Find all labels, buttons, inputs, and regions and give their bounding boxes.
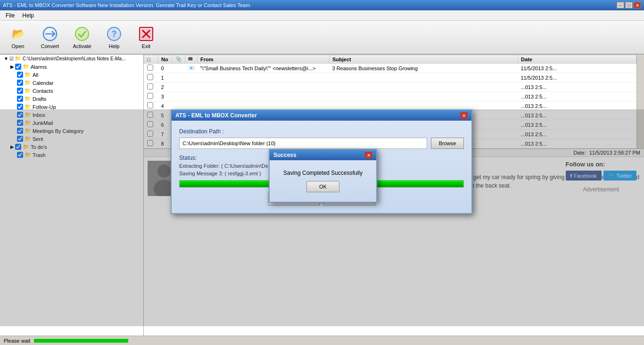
folder-alarms[interactable]: ▶ 📁 Alarms xyxy=(0,63,143,71)
activate-icon xyxy=(74,25,91,42)
row-checkbox-3[interactable] xyxy=(147,93,153,99)
folder-label-calendar: Calendar xyxy=(33,80,54,86)
activate-label: Activate xyxy=(73,43,91,49)
email-row-3[interactable]: 3 ...013 2:5... xyxy=(144,92,636,101)
menu-file[interactable]: File xyxy=(2,11,18,20)
folder-icon-all: 📁 xyxy=(25,72,31,78)
folder-icon-contacts: 📁 xyxy=(25,88,31,94)
col-subject[interactable]: Subject xyxy=(330,55,518,64)
help-label: Help xyxy=(109,43,120,49)
open-label: Open xyxy=(12,43,25,49)
converter-title-text: ATS - EML to MBOX Converter xyxy=(175,112,257,119)
checkbox-alarms[interactable] xyxy=(15,64,21,70)
title-bar-text: ATS - EML to MBOX Converter Software New… xyxy=(3,2,250,8)
collapse-icon[interactable]: ▼ xyxy=(4,56,8,61)
row-checkbox-4[interactable] xyxy=(147,102,153,108)
success-dialog: Success ✕ Saving Completed Successfully … xyxy=(269,149,377,203)
ok-button[interactable]: OK xyxy=(306,181,339,192)
main-content: ▼ ☑ 📁 C:\Users\admin\Desktop\eml\Lotus N… xyxy=(0,55,644,336)
col-read[interactable]: ✉ xyxy=(185,55,198,64)
folder-icon-alarms: 📁 xyxy=(23,64,29,70)
exit-button[interactable]: Exit xyxy=(132,23,160,51)
folder-label-followup: Follow-Up xyxy=(33,104,56,110)
maximize-button[interactable]: □ xyxy=(625,2,633,8)
status-bar: Please wait xyxy=(0,336,644,345)
success-dialog-title: Success ✕ xyxy=(270,150,376,160)
exit-icon xyxy=(138,25,155,42)
folder-label-all: All xyxy=(33,72,38,78)
destination-path-label: Destination Path : xyxy=(179,128,464,135)
title-bar-buttons: − □ ✕ xyxy=(617,2,641,8)
tree-icon: ☑ xyxy=(9,56,14,61)
folder-root[interactable]: ▼ ☑ 📁 C:\Users\admin\Desktop\eml\Lotus N… xyxy=(0,55,143,63)
menu-help[interactable]: Help xyxy=(18,11,38,20)
help-icon: ? xyxy=(106,25,123,42)
folder-label-contacts: Contacts xyxy=(33,88,53,94)
success-dialog-body: Saving Completed Successfully OK xyxy=(270,160,376,202)
email-row-1[interactable]: 1 11/5/2013 2:5... xyxy=(144,73,636,82)
title-bar: ATS - EML to MBOX Converter Software New… xyxy=(0,0,644,10)
svg-text:?: ? xyxy=(112,29,117,39)
col-from[interactable]: From xyxy=(198,55,330,64)
folder-label-drafts: Drafts xyxy=(33,96,46,102)
col-no[interactable]: No xyxy=(158,55,173,64)
folder-calendar[interactable]: 📁 Calendar xyxy=(0,79,143,87)
exit-label: Exit xyxy=(142,43,150,49)
folder-drafts[interactable]: 📁 Drafts xyxy=(0,95,143,103)
folder-icon-drafts: 📁 xyxy=(25,96,31,102)
col-checkbox[interactable]: □ xyxy=(144,55,158,64)
path-row: Browse xyxy=(179,138,464,149)
success-message: Saving Completed Successfully xyxy=(277,170,369,176)
checkbox-calendar[interactable] xyxy=(17,80,23,86)
converter-close-button[interactable]: ✕ xyxy=(460,112,468,119)
success-title-text: Success xyxy=(273,152,297,158)
open-button[interactable]: 📂 Open xyxy=(4,23,32,51)
converter-dialog-title: ATS - EML to MBOX Converter ✕ xyxy=(172,110,471,121)
success-close-button[interactable]: ✕ xyxy=(365,152,372,158)
browse-button[interactable]: Browse xyxy=(431,138,464,149)
col-date[interactable]: Date xyxy=(518,55,636,64)
open-icon: 📂 xyxy=(9,25,26,42)
toolbar: 📂 Open Convert Activate ? xyxy=(0,21,644,55)
row-checkbox-2[interactable] xyxy=(147,83,153,90)
folder-contacts[interactable]: 📁 Contacts xyxy=(0,87,143,95)
folder-label-alarms: Alarms xyxy=(31,64,47,70)
row-checkbox-1[interactable] xyxy=(147,74,153,80)
status-progress-bar xyxy=(34,339,128,343)
convert-icon xyxy=(41,25,58,42)
convert-label: Convert xyxy=(41,43,59,49)
activate-button[interactable]: Activate xyxy=(68,23,96,51)
checkbox-all[interactable] xyxy=(17,72,23,78)
checkbox-contacts[interactable] xyxy=(17,88,23,94)
minimize-button[interactable]: − xyxy=(617,2,624,8)
folder-all[interactable]: 📁 All xyxy=(0,71,143,79)
convert-button[interactable]: Convert xyxy=(36,23,64,51)
folder-icon: 📁 xyxy=(15,56,21,62)
email-row-0[interactable]: 0📧 "\"Small Business Tech Daily\"" <news… xyxy=(144,64,636,73)
destination-path-input[interactable] xyxy=(179,138,427,149)
folder-icon-calendar: 📁 xyxy=(25,80,31,86)
checkbox-drafts[interactable] xyxy=(17,96,23,102)
email-row-2[interactable]: 2 ...013 2:5... xyxy=(144,82,636,92)
row-checkbox-0[interactable] xyxy=(147,65,153,71)
menu-bar: File Help xyxy=(0,10,644,21)
col-attach[interactable]: 📎 xyxy=(173,55,185,64)
status-text: Please wait xyxy=(4,338,30,344)
help-button[interactable]: ? Help xyxy=(100,23,128,51)
expand-alarms[interactable]: ▶ xyxy=(10,64,14,69)
close-button[interactable]: ✕ xyxy=(634,2,641,8)
root-label: C:\Users\admin\Desktop\eml\Lotus Notes E… xyxy=(23,56,125,61)
